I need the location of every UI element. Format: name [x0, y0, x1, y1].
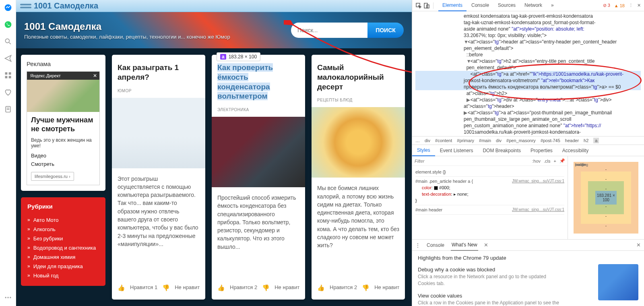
tab-properties[interactable]: Properties: [526, 145, 557, 156]
site-title[interactable]: 1001 Самоделка: [24, 21, 291, 32]
breadcrumb-item[interactable]: …: [415, 138, 420, 143]
thumb-up-icon[interactable]: 👍: [118, 284, 125, 292]
tab-console[interactable]: Console: [467, 0, 493, 11]
ad-source[interactable]: lifesmilegoess.ru ›: [31, 172, 74, 181]
article-actions: 👍Нравится 1👎Не нравится: [118, 284, 200, 292]
ad-block: Реклама Яндекс.Директ✕ Лучше мужчинам не…: [21, 55, 105, 191]
ad-network: Яндекс.Директ: [30, 73, 61, 78]
search-input[interactable]: [291, 23, 367, 38]
heart-icon[interactable]: [4, 88, 12, 97]
tab-elements[interactable]: Elements: [438, 0, 466, 11]
breadcrumb[interactable]: …div#content#primary#maindiv#pen_masonry…: [412, 136, 644, 145]
thumb-down-icon[interactable]: 👎: [362, 284, 369, 292]
devtools-panel: Elements Console Sources Network » ⊘ 3 ▲…: [412, 0, 644, 306]
drawer-tabs: ⋮ Console What's New ✕ ✕: [412, 240, 644, 251]
breadcrumb-item[interactable]: #main: [479, 138, 491, 143]
search-button[interactable]: ПОИСК: [367, 23, 404, 38]
article-title[interactable]: Как разыграть 1 апреля?: [118, 63, 200, 82]
article-category[interactable]: ЮМОР: [118, 89, 200, 93]
breadcrumb-item[interactable]: header: [565, 138, 579, 143]
inspect-icon[interactable]: [415, 2, 422, 9]
svg-rect-5: [8, 72, 11, 75]
article-actions: 👍Нравится 2👎Не нравится: [217, 284, 299, 292]
close-icon[interactable]: ✕: [93, 73, 97, 79]
article-excerpt: Простейший способ измерить ёмкость конде…: [217, 194, 299, 279]
tab-network[interactable]: Network: [520, 0, 546, 11]
tab-accessibility[interactable]: Accessibility: [557, 145, 593, 156]
rubric-item[interactable]: Водопровод и сантехника: [27, 243, 99, 252]
svg-rect-17: [424, 3, 427, 8]
ad-title[interactable]: Лучше мужчинам не смотреть: [31, 116, 95, 133]
more-icon[interactable]: [4, 293, 12, 302]
thumb-down-icon[interactable]: 👎: [262, 284, 270, 292]
cls-toggle[interactable]: .cls: [544, 159, 551, 163]
svg-point-11: [5, 297, 6, 298]
devtools-menu-icon[interactable]: ⋮: [629, 3, 633, 8]
whatsnew-panel: Highlights from the Chrome 79 update Deb…: [412, 251, 644, 306]
pin-icon[interactable]: 📌: [559, 158, 565, 163]
breadcrumb-item[interactable]: #content: [435, 138, 452, 143]
devtools-logo: [598, 264, 638, 300]
thumb-up-icon[interactable]: 👍: [217, 284, 225, 292]
website-viewport: 1001 Самоделка 1001 Самоделка Полезные с…: [16, 0, 412, 306]
box-model[interactable]: margin- border- padding- 183.281 × 100- …: [568, 156, 644, 239]
article-title[interactable]: Как проверить ёмкость конденсатора вольт…: [217, 63, 299, 101]
ad-link[interactable]: Видео: [31, 153, 95, 159]
svg-rect-7: [8, 76, 11, 79]
breadcrumb-item[interactable]: #pen_masonry: [506, 138, 536, 143]
tab-dom-breakpoints[interactable]: DOM Breakpoints: [478, 145, 526, 156]
drawer-menu-icon[interactable]: ⋮: [415, 242, 420, 248]
hov-toggle[interactable]: :hov: [532, 159, 541, 163]
article-card: Как разыграть 1 апреля? ЮМОР Этот розыгр…: [112, 55, 205, 300]
article-image[interactable]: [212, 117, 305, 187]
article-category[interactable]: ЭЛЕКТРОНИКА: [217, 108, 299, 112]
rubric-item[interactable]: Новый год: [27, 271, 99, 280]
add-rule-icon[interactable]: +: [554, 159, 556, 163]
close-icon[interactable]: ✕: [484, 242, 488, 248]
breadcrumb-item[interactable]: div: [496, 138, 502, 143]
dom-tree[interactable]: emkost kondensatora tag-kak-proverit-emk…: [412, 11, 644, 136]
site-logo-icon: [20, 3, 31, 9]
article-image[interactable]: [312, 107, 405, 178]
ad-image[interactable]: [27, 80, 99, 112]
breadcrumb-item[interactable]: #post-745: [541, 138, 560, 143]
apps-icon[interactable]: [4, 71, 12, 80]
drawer-tab-console[interactable]: Console: [426, 240, 445, 250]
tab-sources[interactable]: Sources: [494, 0, 520, 11]
breadcrumb-item[interactable]: h2: [584, 138, 588, 143]
device-icon[interactable]: [423, 2, 430, 9]
warning-count[interactable]: ▲ 18: [614, 3, 625, 8]
svg-line-3: [9, 43, 10, 44]
style-rules[interactable]: element.style {}#main .pen_article heade…: [412, 166, 568, 216]
rubric-item[interactable]: Алкоголь: [27, 225, 99, 234]
rubric-item[interactable]: Авто Мото: [27, 215, 99, 225]
tab-styles[interactable]: Styles: [412, 145, 435, 156]
messenger-icon[interactable]: [4, 3, 12, 12]
article-excerpt: Мы все боимся лишних калорий, а потому в…: [317, 184, 399, 279]
close-icon[interactable]: ✕: [636, 242, 641, 248]
rubric-item[interactable]: Без рубрики: [27, 234, 99, 243]
ad-link[interactable]: Смотреть: [31, 161, 95, 167]
search-icon[interactable]: [4, 37, 12, 46]
error-count[interactable]: ⊘ 3: [603, 3, 610, 8]
devtools-close-icon[interactable]: ✕: [637, 3, 641, 8]
breadcrumb-item[interactable]: div: [425, 138, 430, 143]
article-image[interactable]: [112, 98, 205, 168]
rubric-item[interactable]: Домашняя химия: [27, 252, 99, 262]
whatsapp-icon[interactable]: [4, 20, 12, 29]
send-icon[interactable]: [4, 54, 12, 63]
thumb-down-icon[interactable]: 👎: [162, 284, 170, 292]
breadcrumb-item[interactable]: a: [593, 138, 599, 143]
style-filter-input[interactable]: [415, 159, 529, 163]
tabs-more[interactable]: »: [547, 0, 558, 11]
clipboard-icon[interactable]: [4, 105, 12, 114]
devtools-toolbar: Elements Console Sources Network » ⊘ 3 ▲…: [412, 0, 644, 11]
rubric-item[interactable]: Идеи для праздника: [27, 262, 99, 271]
svg-rect-18: [427, 5, 429, 8]
thumb-up-icon[interactable]: 👍: [317, 284, 325, 292]
breadcrumb-item[interactable]: #primary: [457, 138, 474, 143]
tab-event-listeners[interactable]: Event Listeners: [435, 145, 478, 156]
article-title[interactable]: Самый малокалорийный десерт: [317, 63, 399, 91]
article-category[interactable]: РЕЦЕПТЫ БЛЮД: [317, 98, 399, 102]
drawer-tab-whatsnew[interactable]: What's New: [451, 240, 478, 251]
